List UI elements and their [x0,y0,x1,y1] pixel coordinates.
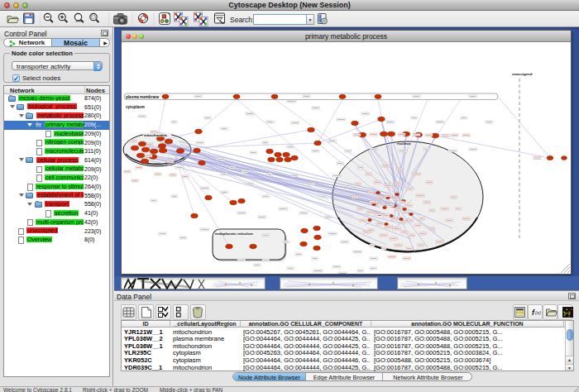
svg-text:(x): (x) [535,310,541,315]
svg-text:unassigned: unassigned [512,72,533,76]
svg-text:plasma membrane: plasma membrane [126,95,160,99]
svg-text:endoplasmic reticulum: endoplasmic reticulum [215,232,253,236]
svg-text:cytoplasm: cytoplasm [126,105,145,109]
svg-text:nucleus: nucleus [397,141,411,146]
svg-text:mitochondria: mitochondria [144,133,167,137]
